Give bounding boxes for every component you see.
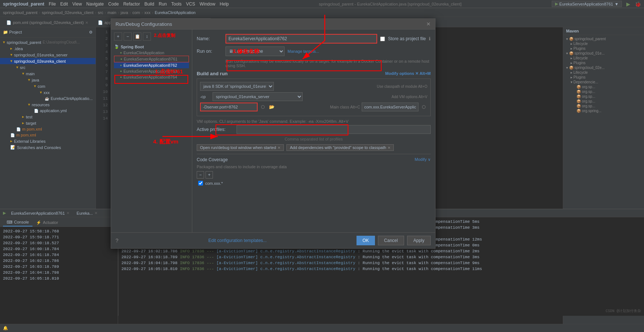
bc-java[interactable]: java — [121, 10, 128, 15]
vm-options-input[interactable] — [200, 103, 258, 111]
tree-scratches[interactable]: 📝 Scratches and Consoles — [0, 144, 96, 151]
tree-pom-parent[interactable]: 📄 m pom.xml — [0, 132, 96, 138]
add-deps-tag[interactable]: Add dependencies with "provided" scope t… — [286, 144, 394, 151]
menu-help[interactable]: Help — [220, 1, 229, 7]
tree-pom-client[interactable]: 📄 m pom.xml — [0, 126, 96, 132]
vm-expand-button[interactable]: ⬡ — [259, 103, 266, 111]
bc-class[interactable]: EurekaClintApplication — [155, 10, 196, 15]
config-eureka-clint[interactable]: ● EurekaClintApplication — [114, 50, 189, 56]
maven-02-plugins[interactable]: ▸ Plugins — [565, 75, 643, 80]
run-button[interactable]: ▶ — [626, 1, 630, 7]
profiles-input[interactable] — [237, 125, 431, 134]
menu-edit[interactable]: Edit — [60, 1, 68, 7]
run-tab-eureka[interactable]: Eureka... ✕ — [75, 210, 100, 217]
tree-main[interactable]: ▾ main — [0, 70, 96, 77]
menu-window[interactable]: Window — [200, 1, 216, 7]
tree-server-module[interactable]: ▾ springcloud_01eureka_server — [0, 52, 96, 58]
menu-navigate[interactable]: Navigate — [86, 1, 104, 7]
edit-templates-link[interactable]: Edit configuration templates... — [208, 238, 266, 243]
bc-src[interactable]: src — [98, 10, 103, 15]
tree-src[interactable]: ▾ src — [0, 64, 96, 70]
maven-dependencies[interactable]: ▾ Dependencie... — [565, 80, 643, 84]
config-8762[interactable]: ● EurekaServerApplication8762 — [114, 62, 189, 68]
cancel-button[interactable]: Cancel — [378, 236, 404, 245]
move-config-button[interactable]: ↕ — [143, 32, 151, 41]
tree-resources[interactable]: ▾ resources — [0, 101, 96, 108]
run-tab-eureka-close[interactable]: ✕ — [94, 211, 97, 215]
bc-main[interactable]: main — [107, 10, 116, 15]
open-tool-close[interactable]: ✕ — [278, 146, 280, 150]
open-tool-window-tag[interactable]: Open run/debug tool window when started … — [197, 144, 284, 151]
bc-module[interactable]: springcloud_02eureka_client — [42, 10, 93, 15]
spring-boot-group[interactable]: 🍃 Spring Boot — [114, 44, 189, 50]
tree-ext-libs[interactable]: ▸ External Libraries — [0, 138, 96, 144]
debug-button[interactable]: 🐞 — [635, 1, 641, 7]
tab-pom[interactable]: 📄 pom.xml (springcloud_02eureka_client) … — [1, 18, 93, 27]
menu-view[interactable]: View — [72, 1, 82, 7]
maven-lifecycle[interactable]: ▸ Lifecycle — [565, 41, 643, 46]
add-config-button[interactable]: + — [114, 32, 122, 41]
config-8763[interactable]: ● EurekaServerApplication8763 — [114, 68, 189, 74]
maven-dep-1[interactable]: 📦 org.sp... — [565, 84, 643, 89]
tab-console[interactable]: ⌨ Console — [3, 218, 32, 226]
tab-pom-close[interactable]: ✕ — [85, 21, 88, 25]
classpath-select[interactable]: springcloud_01eureka_server — [213, 92, 303, 101]
add-deps-close[interactable]: ✕ — [388, 146, 390, 150]
main-class-input[interactable] — [362, 103, 419, 111]
store-project-checkbox[interactable] — [380, 37, 385, 41]
maven-dep-5[interactable]: 📦 org.sp... — [565, 104, 643, 108]
bc-com[interactable]: com — [132, 10, 140, 15]
run-config-selector[interactable]: ▶ EurekaServerApplication8761 ▼ — [552, 1, 622, 7]
config-8764[interactable]: ● EurekaServerApplication8764 — [114, 74, 189, 80]
maven-dep-3[interactable]: 📦 org.sp... — [565, 94, 643, 99]
modify-options-link[interactable]: Modify options ✕ Alt+M — [385, 71, 431, 76]
tree-com[interactable]: ▾ com — [0, 83, 96, 89]
config-8761[interactable]: ● EurekaServerApplication8761 — [114, 56, 189, 62]
tree-app-yml[interactable]: 📄 application.yml — [0, 108, 96, 114]
maven-01server[interactable]: ▾ 📦 springcloud_01e... — [565, 51, 643, 56]
tree-java[interactable]: ▾ java — [0, 77, 96, 83]
menu-code[interactable]: Code — [108, 1, 119, 7]
maven-dep-2[interactable]: 📦 org.sp... — [565, 89, 643, 94]
maven-dep-6[interactable]: 📦 org.spring... — [565, 108, 643, 113]
apply-button[interactable]: Apply — [407, 236, 431, 245]
tree-test[interactable]: ▸ test — [0, 114, 96, 120]
tree-root[interactable]: ▾ springcloud_parent E:\Java\springCloud… — [0, 39, 96, 45]
dialog-close-button[interactable]: ✕ — [426, 21, 431, 27]
menu-file[interactable]: File — [49, 1, 56, 7]
coverage-modify-link[interactable]: Modify ∨ — [415, 157, 431, 162]
help-icon[interactable]: ? — [116, 238, 118, 243]
coverage-checkbox[interactable] — [198, 181, 203, 186]
copy-config-button[interactable]: 📋 — [133, 32, 141, 41]
main-class-expand[interactable]: ⬡ — [420, 103, 427, 111]
vm-folder-button[interactable]: 📂 — [268, 103, 275, 111]
maven-01-lifecycle[interactable]: ▸ Lifecycle — [565, 56, 643, 60]
sidebar-gear[interactable]: ⚙ — [89, 30, 93, 35]
menu-tools[interactable]: Tools — [171, 1, 182, 7]
ok-button[interactable]: OK — [357, 236, 375, 245]
tree-xxx[interactable]: ▾ xxx — [0, 89, 96, 96]
menu-vcs[interactable]: VCS — [186, 1, 195, 7]
run-tab-8761[interactable]: EurekaServerApplication8761 ✕ — [9, 210, 72, 217]
tree-target[interactable]: ▸ target — [0, 120, 96, 126]
tree-client-module[interactable]: ▾ springcloud_02eureka_client — [0, 58, 96, 64]
bc-root[interactable]: springcloud_parent — [3, 10, 38, 15]
maven-plugins[interactable]: ▸ Plugins — [565, 46, 643, 51]
maven-02client[interactable]: ▾ 📦 springcloud_02e... — [565, 65, 643, 70]
coverage-add[interactable]: + — [206, 171, 213, 179]
tree-idea[interactable]: ▸ .idea — [0, 45, 96, 52]
maven-02-lifecycle[interactable]: ▸ Lifecycle — [565, 70, 643, 75]
manage-targets-link[interactable]: Manage targets... — [287, 49, 319, 53]
name-input[interactable] — [225, 34, 377, 44]
menu-run[interactable]: Run — [159, 1, 167, 7]
remove-config-button[interactable]: − — [124, 32, 132, 41]
coverage-remove[interactable]: − — [197, 171, 204, 179]
run-tab-8761-close[interactable]: ✕ — [66, 211, 69, 215]
menu-refactor[interactable]: Refactor — [123, 1, 140, 7]
jre-select[interactable]: java 8 SDK of 'springcloud_01eureka_s...… — [200, 82, 274, 91]
tab-actuator[interactable]: ⚡ Actuator — [32, 218, 62, 226]
menu-build[interactable]: Build — [144, 1, 154, 7]
run-on-select[interactable]: 🖥 Local machine — [225, 46, 285, 56]
bc-xxx[interactable]: xxx — [144, 10, 151, 15]
tree-eureka-class[interactable]: ☕ EurekaClintApplicatio... — [0, 96, 96, 101]
